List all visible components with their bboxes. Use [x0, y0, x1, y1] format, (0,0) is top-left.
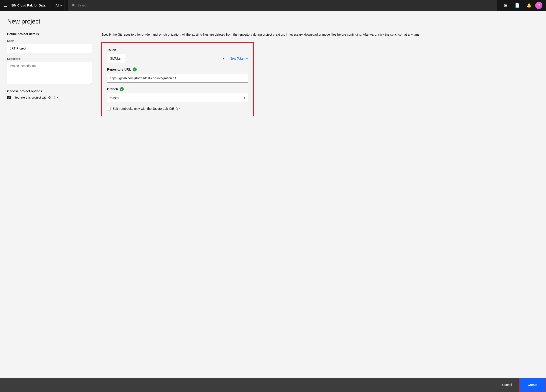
name-label: Name	[7, 39, 92, 43]
left-panel: Define project details Name Description …	[7, 32, 92, 378]
branch-select[interactable]: master	[107, 93, 248, 102]
action-bar: Cancel Create	[0, 378, 546, 392]
git-description-text: Specify the Git repository for on-demand…	[101, 32, 539, 37]
document-icon: 📄	[515, 3, 520, 8]
gallery-icon-button[interactable]: ⊞	[500, 0, 511, 11]
user-avatar[interactable]: JR	[535, 2, 542, 9]
integrate-git-row: Integrate this project with Git i	[7, 96, 92, 99]
token-select[interactable]: GLToken	[107, 54, 125, 63]
topnav-icons: ⊞ 📄 🔔 JR	[500, 0, 542, 11]
repo-url-input[interactable]	[107, 74, 248, 83]
form-area: Define project details Name Description …	[7, 32, 539, 378]
category-dropdown[interactable]: All ▾	[53, 0, 65, 11]
integrate-git-checkbox[interactable]	[7, 96, 11, 99]
repo-url-section: Repository URL ✓	[107, 67, 248, 83]
token-section-label: Token	[107, 48, 248, 52]
document-icon-button[interactable]: 📄	[512, 0, 523, 11]
description-label: Description	[7, 57, 92, 60]
description-input[interactable]	[7, 62, 92, 84]
new-token-button[interactable]: New Token +	[230, 57, 248, 60]
menu-icon[interactable]: ☰	[4, 3, 7, 8]
project-name-input[interactable]	[7, 44, 92, 53]
branch-section: Branch ✓ master	[107, 87, 248, 102]
chevron-down-icon: ▾	[60, 4, 62, 7]
jupyter-row: Edit notebooks only with the JupyterLab …	[107, 107, 248, 110]
notification-icon-button[interactable]: 🔔	[524, 0, 534, 11]
repo-url-check-icon: ✓	[133, 67, 137, 71]
branch-select-wrapper: master	[107, 93, 248, 102]
integrate-git-info-icon[interactable]: i	[54, 96, 58, 99]
git-panel: Token GLToken New Token +	[101, 42, 254, 116]
create-button[interactable]: Create	[519, 378, 546, 392]
page-content: New project Define project details Name …	[0, 11, 546, 378]
search-icon: 🔍	[72, 4, 76, 7]
jupyter-ide-label: Edit notebooks only with the JupyterLab …	[112, 107, 174, 110]
topnav: ☰ IBM Cloud Pak for Data All ▾ 🔍 ⊞ 📄 🔔 J…	[0, 0, 546, 11]
right-panel: Specify the Git repository for on-demand…	[101, 32, 539, 378]
token-row: GLToken New Token +	[107, 54, 248, 63]
name-field-group: Name	[7, 39, 92, 53]
brand-name: IBM Cloud Pak for Data	[11, 4, 46, 7]
token-select-wrapper: GLToken	[107, 54, 227, 63]
bell-icon: 🔔	[526, 3, 531, 8]
jupyter-ide-checkbox[interactable]	[107, 107, 111, 110]
search-input[interactable]	[78, 4, 493, 7]
token-section: Token GLToken New Token +	[107, 48, 248, 63]
category-label: All	[56, 4, 59, 7]
define-section-title: Define project details	[7, 32, 92, 36]
cancel-button[interactable]: Cancel	[495, 378, 519, 392]
page-title: New project	[7, 18, 539, 25]
options-section-title: Choose project options	[7, 89, 92, 93]
gallery-icon: ⊞	[504, 3, 507, 8]
branch-check-icon: ✓	[120, 87, 124, 91]
integrate-git-label: Integrate this project with Git	[13, 96, 52, 99]
search-bar[interactable]: 🔍	[68, 0, 497, 11]
description-field-group: Description	[7, 57, 92, 85]
branch-section-label: Branch ✓	[107, 87, 248, 91]
repo-url-section-label: Repository URL ✓	[107, 67, 248, 71]
jupyter-info-icon[interactable]: i	[176, 107, 180, 110]
